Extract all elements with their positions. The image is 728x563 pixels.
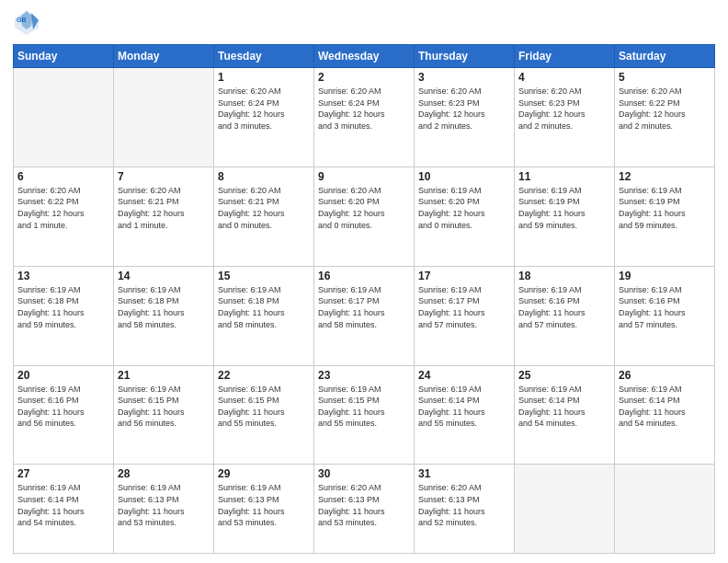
calendar-table: SundayMondayTuesdayWednesdayThursdayFrid… xyxy=(13,44,715,554)
day-number: 25 xyxy=(518,369,610,382)
weekday-header-friday: Friday xyxy=(515,45,615,68)
calendar-cell: 21Sunrise: 6:19 AM Sunset: 6:15 PM Dayli… xyxy=(114,365,214,465)
day-info: Sunrise: 6:20 AM Sunset: 6:21 PM Dayligh… xyxy=(118,185,210,231)
calendar-cell: 4Sunrise: 6:20 AM Sunset: 6:23 PM Daylig… xyxy=(515,68,615,167)
weekday-header-tuesday: Tuesday xyxy=(214,45,314,68)
day-number: 3 xyxy=(418,71,510,84)
calendar-cell: 16Sunrise: 6:19 AM Sunset: 6:17 PM Dayli… xyxy=(314,266,415,365)
day-number: 27 xyxy=(17,467,109,480)
calendar-cell: 26Sunrise: 6:19 AM Sunset: 6:14 PM Dayli… xyxy=(615,365,715,465)
day-number: 29 xyxy=(218,467,310,480)
calendar-cell: 12Sunrise: 6:19 AM Sunset: 6:19 PM Dayli… xyxy=(615,167,715,266)
day-number: 10 xyxy=(418,170,510,183)
day-number: 17 xyxy=(418,270,510,282)
day-info: Sunrise: 6:19 AM Sunset: 6:19 PM Dayligh… xyxy=(518,185,610,231)
calendar-cell xyxy=(615,465,715,554)
weekday-header-row: SundayMondayTuesdayWednesdayThursdayFrid… xyxy=(14,45,715,68)
day-info: Sunrise: 6:19 AM Sunset: 6:17 PM Dayligh… xyxy=(318,284,410,330)
day-info: Sunrise: 6:20 AM Sunset: 6:22 PM Dayligh… xyxy=(619,86,711,132)
calendar-cell: 20Sunrise: 6:19 AM Sunset: 6:16 PM Dayli… xyxy=(14,365,114,465)
calendar-cell: 23Sunrise: 6:19 AM Sunset: 6:15 PM Dayli… xyxy=(314,365,415,465)
calendar-cell: 29Sunrise: 6:19 AM Sunset: 6:13 PM Dayli… xyxy=(214,465,314,554)
calendar-cell: 7Sunrise: 6:20 AM Sunset: 6:21 PM Daylig… xyxy=(114,167,214,266)
day-number: 7 xyxy=(118,170,210,183)
day-number: 11 xyxy=(518,170,610,183)
logo-icon: GB xyxy=(13,9,40,37)
weekday-header-saturday: Saturday xyxy=(615,45,715,68)
day-info: Sunrise: 6:19 AM Sunset: 6:19 PM Dayligh… xyxy=(619,185,711,231)
day-info: Sunrise: 6:20 AM Sunset: 6:24 PM Dayligh… xyxy=(218,86,310,132)
calendar-cell: 1Sunrise: 6:20 AM Sunset: 6:24 PM Daylig… xyxy=(214,68,314,167)
day-number: 23 xyxy=(318,369,410,382)
day-info: Sunrise: 6:20 AM Sunset: 6:23 PM Dayligh… xyxy=(418,86,510,132)
calendar-cell: 13Sunrise: 6:19 AM Sunset: 6:18 PM Dayli… xyxy=(14,266,114,365)
day-number: 5 xyxy=(619,71,711,84)
calendar-cell: 25Sunrise: 6:19 AM Sunset: 6:14 PM Dayli… xyxy=(515,365,615,465)
day-number: 16 xyxy=(318,270,410,282)
calendar-cell: 11Sunrise: 6:19 AM Sunset: 6:19 PM Dayli… xyxy=(515,167,615,266)
day-number: 4 xyxy=(518,71,610,84)
day-number: 19 xyxy=(619,270,711,282)
svg-text:GB: GB xyxy=(17,17,27,23)
calendar-cell: 10Sunrise: 6:19 AM Sunset: 6:20 PM Dayli… xyxy=(415,167,515,266)
calendar-cell: 24Sunrise: 6:19 AM Sunset: 6:14 PM Dayli… xyxy=(415,365,515,465)
day-number: 1 xyxy=(218,71,310,84)
calendar-week-4: 20Sunrise: 6:19 AM Sunset: 6:16 PM Dayli… xyxy=(14,365,715,465)
calendar-cell: 28Sunrise: 6:19 AM Sunset: 6:13 PM Dayli… xyxy=(114,465,214,554)
day-info: Sunrise: 6:20 AM Sunset: 6:22 PM Dayligh… xyxy=(17,185,109,231)
day-info: Sunrise: 6:20 AM Sunset: 6:24 PM Dayligh… xyxy=(318,86,410,132)
day-info: Sunrise: 6:19 AM Sunset: 6:20 PM Dayligh… xyxy=(418,185,510,231)
calendar-cell: 5Sunrise: 6:20 AM Sunset: 6:22 PM Daylig… xyxy=(615,68,715,167)
day-number: 6 xyxy=(17,170,109,183)
day-number: 31 xyxy=(418,467,510,480)
calendar-cell: 15Sunrise: 6:19 AM Sunset: 6:18 PM Dayli… xyxy=(214,266,314,365)
calendar-cell: 8Sunrise: 6:20 AM Sunset: 6:21 PM Daylig… xyxy=(214,167,314,266)
day-number: 2 xyxy=(318,71,410,84)
day-info: Sunrise: 6:19 AM Sunset: 6:14 PM Dayligh… xyxy=(17,482,109,528)
calendar-week-5: 27Sunrise: 6:19 AM Sunset: 6:14 PM Dayli… xyxy=(14,465,715,554)
day-info: Sunrise: 6:19 AM Sunset: 6:16 PM Dayligh… xyxy=(518,284,610,330)
day-info: Sunrise: 6:19 AM Sunset: 6:15 PM Dayligh… xyxy=(318,384,410,430)
calendar-cell: 31Sunrise: 6:20 AM Sunset: 6:13 PM Dayli… xyxy=(415,465,515,554)
weekday-header-thursday: Thursday xyxy=(415,45,515,68)
day-info: Sunrise: 6:19 AM Sunset: 6:16 PM Dayligh… xyxy=(619,284,711,330)
day-number: 26 xyxy=(619,369,711,382)
day-number: 8 xyxy=(218,170,310,183)
calendar-page: GB SundayMondayTuesdayWednesdayThursdayF… xyxy=(0,0,728,563)
day-info: Sunrise: 6:19 AM Sunset: 6:14 PM Dayligh… xyxy=(619,384,711,430)
day-info: Sunrise: 6:19 AM Sunset: 6:14 PM Dayligh… xyxy=(518,384,610,430)
day-info: Sunrise: 6:19 AM Sunset: 6:17 PM Dayligh… xyxy=(418,284,510,330)
calendar-cell xyxy=(114,68,214,167)
calendar-cell: 2Sunrise: 6:20 AM Sunset: 6:24 PM Daylig… xyxy=(314,68,415,167)
day-info: Sunrise: 6:19 AM Sunset: 6:16 PM Dayligh… xyxy=(17,384,109,430)
day-info: Sunrise: 6:20 AM Sunset: 6:13 PM Dayligh… xyxy=(418,482,510,528)
calendar-cell xyxy=(14,68,114,167)
day-info: Sunrise: 6:19 AM Sunset: 6:18 PM Dayligh… xyxy=(17,284,109,330)
day-info: Sunrise: 6:20 AM Sunset: 6:23 PM Dayligh… xyxy=(518,86,610,132)
calendar-cell: 22Sunrise: 6:19 AM Sunset: 6:15 PM Dayli… xyxy=(214,365,314,465)
day-info: Sunrise: 6:19 AM Sunset: 6:13 PM Dayligh… xyxy=(118,482,210,528)
day-number: 22 xyxy=(218,369,310,382)
day-number: 30 xyxy=(318,467,410,480)
day-number: 15 xyxy=(218,270,310,282)
day-number: 28 xyxy=(118,467,210,480)
day-info: Sunrise: 6:19 AM Sunset: 6:18 PM Dayligh… xyxy=(118,284,210,330)
calendar-cell: 17Sunrise: 6:19 AM Sunset: 6:17 PM Dayli… xyxy=(415,266,515,365)
calendar-cell: 3Sunrise: 6:20 AM Sunset: 6:23 PM Daylig… xyxy=(415,68,515,167)
weekday-header-sunday: Sunday xyxy=(14,45,114,68)
calendar-cell: 27Sunrise: 6:19 AM Sunset: 6:14 PM Dayli… xyxy=(14,465,114,554)
calendar-cell: 6Sunrise: 6:20 AM Sunset: 6:22 PM Daylig… xyxy=(14,167,114,266)
calendar-cell: 18Sunrise: 6:19 AM Sunset: 6:16 PM Dayli… xyxy=(515,266,615,365)
weekday-header-wednesday: Wednesday xyxy=(314,45,415,68)
day-info: Sunrise: 6:19 AM Sunset: 6:15 PM Dayligh… xyxy=(118,384,210,430)
calendar-week-2: 6Sunrise: 6:20 AM Sunset: 6:22 PM Daylig… xyxy=(14,167,715,266)
day-info: Sunrise: 6:19 AM Sunset: 6:18 PM Dayligh… xyxy=(218,284,310,330)
day-info: Sunrise: 6:19 AM Sunset: 6:15 PM Dayligh… xyxy=(218,384,310,430)
header: GB xyxy=(13,9,715,37)
day-number: 18 xyxy=(518,270,610,282)
calendar-cell xyxy=(515,465,615,554)
day-info: Sunrise: 6:19 AM Sunset: 6:14 PM Dayligh… xyxy=(418,384,510,430)
day-number: 12 xyxy=(619,170,711,183)
day-info: Sunrise: 6:20 AM Sunset: 6:21 PM Dayligh… xyxy=(218,185,310,231)
day-info: Sunrise: 6:20 AM Sunset: 6:13 PM Dayligh… xyxy=(318,482,410,528)
